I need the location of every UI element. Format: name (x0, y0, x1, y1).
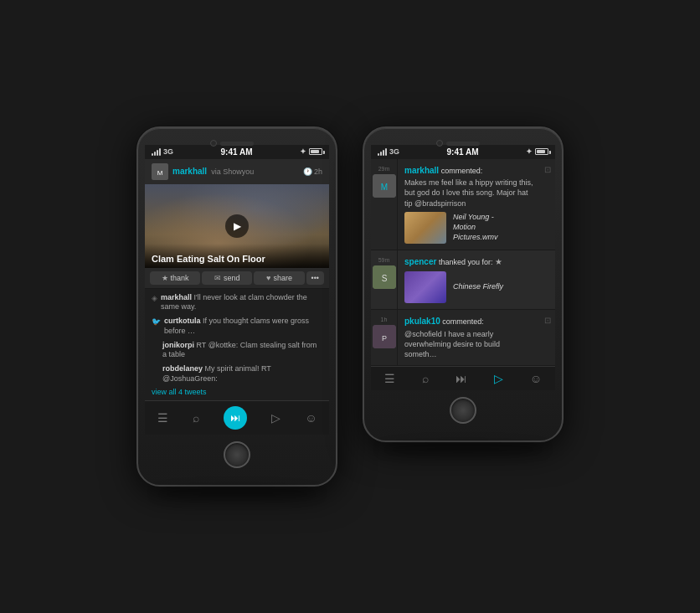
comment-text-2: curtkotula If you thought clams were gro… (164, 317, 322, 336)
notif-header-3: pkulak10 commented: (404, 316, 533, 327)
scene: 3G 9:41 AM ✦ M (103, 93, 597, 521)
home-button-1[interactable] (224, 441, 250, 468)
heart-icon: ♥ (266, 274, 270, 282)
notification-item-1[interactable]: 29m M markhall commented: (371, 159, 555, 250)
notif-body-3: pkulak10 commented: @schofield I have a … (398, 310, 540, 365)
share-button[interactable]: ♥ share (254, 271, 304, 285)
notif-reply-icon-1: ⊡ (540, 159, 555, 250)
notif-text-1: Makes me feel like a hippy writing this,… (404, 178, 533, 208)
phone-top (145, 140, 329, 145)
time-display: 9:41 AM (221, 147, 253, 157)
comment-row: robdelaney My spirit animal! RT @JoshuaG… (152, 364, 322, 384)
view-all-tweets[interactable]: view all 4 tweets (152, 388, 322, 396)
notif-media-title-2: Chinese Firefly (453, 282, 503, 292)
twitter-icon: 🐦 (152, 317, 161, 326)
bar2 (154, 152, 156, 156)
notification-item-2[interactable]: 59m S spencer thanked you for: ★ (371, 250, 555, 311)
notif-time-3: 1h P (371, 310, 398, 365)
comment-row: 🐦 curtkotula If you thought clams were g… (152, 317, 322, 336)
bluetooth-icon: ✦ (300, 147, 306, 156)
notif-time-1: 29m M (371, 159, 398, 250)
notif-header-1: markhall commented: (404, 165, 533, 177)
notifications-list: 29m M markhall commented: (371, 159, 555, 366)
nav-skip-icon[interactable]: ⏭ (224, 406, 247, 430)
phone-2: 3G 9:41 AM ✦ 29m (363, 126, 564, 442)
send-button[interactable]: ✉ send (202, 271, 252, 285)
nav-emoji-icon-2[interactable]: ☺ (530, 372, 542, 385)
camera (210, 140, 217, 147)
notif-avatar-1: M (373, 174, 396, 198)
notif-avatar-3: P (373, 325, 396, 348)
bar1 (152, 153, 153, 156)
notif-media-row-2: Chinese Firefly (404, 271, 540, 303)
post-time: 🕐 2h (303, 167, 322, 176)
bottom-nav-1: ☰ ⌕ ⏭ ▷ ☺ (145, 400, 329, 435)
envelope-icon: ✉ (214, 274, 221, 282)
notif-header-2: spencer thanked you for: ★ (404, 256, 540, 268)
phone-top-2 (371, 140, 555, 145)
home-button-2[interactable] (450, 397, 476, 424)
video-thumbnail[interactable]: ▶ Clam Eating Salt On Floor (145, 184, 329, 268)
bar4 (159, 148, 161, 156)
nav-skip-icon-2[interactable]: ⏭ (456, 372, 467, 385)
signal-bars (152, 148, 161, 156)
nav-play-icon-2[interactable]: ▷ (494, 372, 503, 385)
notif-action-3: commented: (442, 317, 484, 326)
phone-1: 3G 9:41 AM ✦ M (136, 126, 337, 487)
nav-play-icon[interactable]: ▷ (271, 411, 281, 425)
comments-area: ◈ markhall I'll never look at clam chowd… (145, 289, 329, 401)
avatar-markhall: M (152, 163, 168, 180)
notif-time-2: 59m S (371, 250, 398, 310)
notification-item-3[interactable]: 1h P pkulak10 commented: (371, 310, 555, 366)
notif-text-3: @schofield I have a nearly overwhelming … (404, 329, 533, 359)
status-right-2: ✦ (526, 147, 548, 156)
play-button[interactable]: ▶ (225, 214, 249, 238)
svg-text:M: M (157, 169, 163, 177)
bottom-nav-2: ☰ ⌕ ⏭ ▷ ☺ (371, 366, 555, 390)
notif-username-1: markhall (404, 166, 439, 175)
more-button[interactable]: ••• (306, 271, 324, 285)
network-label-2: 3G (389, 147, 399, 156)
showyou-icon: ◈ (152, 294, 157, 302)
notif-action-1: commented: (441, 167, 483, 175)
nav-emoji-icon[interactable]: ☺ (305, 411, 317, 425)
camera-2 (436, 140, 443, 147)
post-header-left: M markhall via Showyou (152, 163, 254, 180)
battery-icon-2 (535, 148, 548, 155)
notif-reply-icon-3: ⊡ (540, 310, 555, 365)
notif-star-icon: ★ (495, 257, 502, 266)
network-label: 3G (163, 147, 173, 156)
signal-bars-2 (378, 148, 387, 156)
bar4-2 (385, 148, 387, 156)
status-left-2: 3G (378, 147, 399, 156)
comment-row: jonikorpi RT @kottke: Clam stealing salt… (152, 341, 322, 360)
nav-menu-icon-2[interactable]: ☰ (384, 372, 395, 385)
svg-text:S: S (381, 274, 387, 283)
notif-body-2: spencer thanked you for: ★ Chinese Firef… (398, 250, 547, 310)
status-bar-1: 3G 9:41 AM ✦ (145, 145, 329, 159)
nav-search-icon[interactable]: ⌕ (193, 411, 199, 425)
post-header: M markhall via Showyou 🕐 2h (145, 159, 329, 184)
notif-media-title-1: Neil Young -MotionPictures.wmv (453, 213, 498, 242)
battery-icon (309, 148, 322, 155)
comment-row: ◈ markhall I'll never look at clam chowd… (152, 293, 322, 312)
screen-1: M markhall via Showyou 🕐 2h ▶ Clam Eatin… (145, 159, 329, 435)
bluetooth-icon-2: ✦ (526, 147, 533, 156)
comment-text-1: markhall I'll never look at clam chowder… (161, 293, 322, 312)
nav-menu-icon[interactable]: ☰ (157, 411, 168, 425)
thank-button[interactable]: ★ thank (150, 271, 200, 285)
notif-spacer-2 (547, 250, 555, 310)
bar3 (157, 150, 158, 156)
bar1-2 (378, 153, 379, 156)
svg-text:P: P (381, 334, 386, 343)
notif-action-2: thanked you for: (439, 258, 493, 266)
post-username[interactable]: markhall (172, 167, 207, 176)
status-right: ✦ (300, 147, 322, 156)
nav-search-icon-2[interactable]: ⌕ (422, 372, 429, 385)
notif-media-row-1: Neil Young -MotionPictures.wmv (404, 212, 533, 244)
battery-fill-2 (537, 150, 545, 153)
notif-thumb-1 (404, 212, 446, 244)
star-icon: ★ (162, 274, 168, 282)
comment-text-3: jonikorpi RT @kottke: Clam stealing salt… (162, 341, 322, 360)
speaker (220, 142, 254, 146)
